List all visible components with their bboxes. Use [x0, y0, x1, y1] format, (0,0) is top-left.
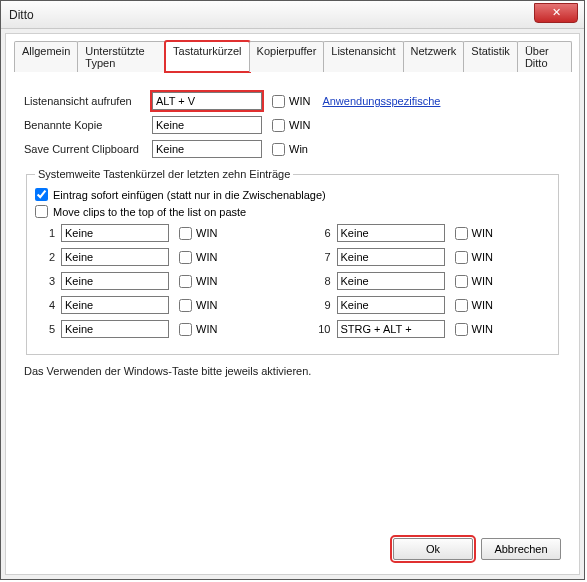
shortcut-input[interactable] [152, 140, 262, 158]
tab-tastaturk-rzel[interactable]: Tastaturkürzel [165, 41, 249, 72]
win-check-wrap: WIN [272, 95, 310, 108]
entry-input[interactable] [337, 296, 445, 314]
entry-number: 5 [35, 323, 55, 335]
entry-row: 1WIN [35, 224, 275, 242]
win-label: WIN [196, 323, 217, 335]
cancel-button[interactable]: Abbrechen [481, 538, 561, 560]
win-label: WIN [472, 299, 493, 311]
entry-row: 8WIN [311, 272, 551, 290]
close-button[interactable]: ✕ [534, 3, 578, 23]
shortcut-label: Save Current Clipboard [24, 143, 152, 155]
entry-number: 3 [35, 275, 55, 287]
win-check-wrap: WIN [179, 323, 217, 336]
entry-input[interactable] [61, 272, 169, 290]
entry-row: 9WIN [311, 296, 551, 314]
entry-input[interactable] [61, 320, 169, 338]
ok-button[interactable]: Ok [393, 538, 473, 560]
entry-number: 8 [311, 275, 331, 287]
entry-number: 10 [311, 323, 331, 335]
check-move-to-top-label: Move clips to the top of the list on pas… [53, 206, 246, 218]
win-checkbox[interactable] [272, 119, 285, 132]
entry-input[interactable] [337, 248, 445, 266]
win-checkbox[interactable] [179, 323, 192, 336]
app-specific-link[interactable]: Anwendungsspezifische [322, 95, 440, 107]
group-legend: Systemweite Tastenkürzel der letzten zeh… [35, 168, 293, 180]
shortcut-label: Benannte Kopie [24, 119, 152, 131]
win-checkbox[interactable] [179, 275, 192, 288]
tab-netzwerk[interactable]: Netzwerk [403, 41, 465, 72]
entry-input[interactable] [337, 272, 445, 290]
win-label: WIN [472, 323, 493, 335]
entries-col-right: 6WIN7WIN8WIN9WIN10WIN [311, 224, 551, 344]
shortcut-input[interactable] [152, 92, 262, 110]
win-label: WIN [472, 251, 493, 263]
win-checkbox[interactable] [455, 275, 468, 288]
entry-input[interactable] [61, 296, 169, 314]
tab-statistik[interactable]: Statistik [463, 41, 518, 72]
win-check-wrap: WIN [455, 323, 493, 336]
entry-input[interactable] [61, 248, 169, 266]
entry-number: 2 [35, 251, 55, 263]
group-last-ten: Systemweite Tastenkürzel der letzten zeh… [26, 168, 559, 355]
entry-row: 4WIN [35, 296, 275, 314]
win-check-wrap: WIN [455, 227, 493, 240]
win-check-wrap: WIN [455, 299, 493, 312]
entry-number: 4 [35, 299, 55, 311]
win-label: WIN [472, 227, 493, 239]
win-check-wrap: Win [272, 143, 308, 156]
shortcut-row: Benannte KopieWIN [24, 116, 561, 134]
entry-number: 1 [35, 227, 55, 239]
win-check-wrap: WIN [179, 275, 217, 288]
entry-row: 5WIN [35, 320, 275, 338]
client-area: AllgemeinUnterstützte TypenTastaturkürze… [5, 33, 580, 575]
win-check-wrap: WIN [272, 119, 310, 132]
tab-kopierpuffer[interactable]: Kopierpuffer [249, 41, 325, 72]
entry-row: 7WIN [311, 248, 551, 266]
check-insert-immediately[interactable] [35, 188, 48, 201]
win-label: WIN [289, 95, 310, 107]
win-check-wrap: WIN [179, 299, 217, 312]
win-checkbox[interactable] [179, 227, 192, 240]
dialog-window: Ditto ✕ AllgemeinUnterstützte TypenTasta… [0, 0, 585, 580]
win-checkbox[interactable] [179, 299, 192, 312]
shortcut-row: Save Current ClipboardWin [24, 140, 561, 158]
entry-input[interactable] [337, 224, 445, 242]
win-label: WIN [196, 299, 217, 311]
tab-strip: AllgemeinUnterstützte TypenTastaturkürze… [14, 40, 571, 72]
entry-row: 3WIN [35, 272, 275, 290]
win-checkbox[interactable] [455, 251, 468, 264]
win-checkbox[interactable] [455, 299, 468, 312]
tab-listenansicht[interactable]: Listenansicht [323, 41, 403, 72]
win-label: Win [289, 143, 308, 155]
dialog-buttons: Ok Abbrechen [14, 532, 571, 566]
check-move-to-top[interactable] [35, 205, 48, 218]
tab--ber-ditto[interactable]: Über Ditto [517, 41, 572, 72]
win-check-wrap: WIN [455, 251, 493, 264]
entry-number: 7 [311, 251, 331, 263]
win-label: WIN [196, 251, 217, 263]
check-insert-immediately-label: Eintrag sofort einfügen (statt nur in di… [53, 189, 326, 201]
win-check-wrap: WIN [179, 251, 217, 264]
window-title: Ditto [9, 8, 34, 22]
entries-col-left: 1WIN2WIN3WIN4WIN5WIN [35, 224, 275, 344]
tab-allgemein[interactable]: Allgemein [14, 41, 78, 72]
entry-row: 2WIN [35, 248, 275, 266]
close-icon: ✕ [552, 6, 561, 18]
shortcut-row: Listenansicht aufrufenWINAnwendungsspezi… [24, 92, 561, 110]
win-checkbox[interactable] [179, 251, 192, 264]
entry-number: 9 [311, 299, 331, 311]
entries-grid: 1WIN2WIN3WIN4WIN5WIN 6WIN7WIN8WIN9WIN10W… [35, 224, 550, 344]
footer-note: Das Verwenden der Windows-Taste bitte je… [24, 365, 561, 377]
titlebar: Ditto ✕ [1, 1, 584, 29]
win-label: WIN [196, 275, 217, 287]
win-checkbox[interactable] [272, 95, 285, 108]
tab-unterst-tzte-typen[interactable]: Unterstützte Typen [77, 41, 166, 72]
entry-input[interactable] [337, 320, 445, 338]
shortcut-input[interactable] [152, 116, 262, 134]
win-checkbox[interactable] [455, 323, 468, 336]
win-check-wrap: WIN [179, 227, 217, 240]
win-checkbox[interactable] [272, 143, 285, 156]
entry-input[interactable] [61, 224, 169, 242]
win-label: WIN [472, 275, 493, 287]
win-checkbox[interactable] [455, 227, 468, 240]
